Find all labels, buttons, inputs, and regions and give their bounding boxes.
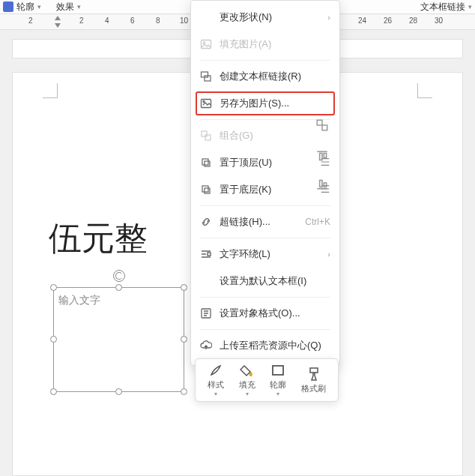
send-back-icon [200,184,212,196]
menu-fill-image: 填充图片(A) [191,31,339,58]
document-text: 伍元整 [49,217,148,261]
format-label: 样式 [208,379,224,391]
menu-separator [200,205,330,206]
svg-rect-14 [317,120,322,125]
menu-label: 设置对象格式(O)... [220,307,330,320]
ruler-tick: 24 [358,16,366,25]
side-quick-icons [315,118,334,191]
ruler-tick: 6 [130,16,135,25]
menu-separator [200,238,330,238]
menu-label: 设置为默认文本框(I) [220,274,330,288]
svg-rect-6 [202,131,207,136]
menu-hyperlink[interactable]: 超链接(H)... Ctrl+K [191,208,339,235]
chevron-down-icon: ▾ [468,3,472,10]
menu-change-shape[interactable]: 更改形状(N) › [191,4,339,31]
toolbar-outline[interactable]: 轮廓 ▾ [3,1,41,13]
chevron-down-icon: ▾ [214,391,217,397]
rotate-handle[interactable] [113,270,125,282]
svg-rect-0 [202,40,211,49]
format-style[interactable]: 样式 ▾ [208,363,224,397]
svg-point-1 [203,42,205,43]
resize-handle[interactable] [181,388,187,395]
menu-separator [200,329,330,330]
resize-handle[interactable] [50,284,57,291]
chevron-right-icon: › [327,13,330,22]
format-painter[interactable]: 格式刷 [301,367,326,394]
ruler-tick: 2 [28,16,33,25]
menu-label: 创建文本框链接(R) [220,70,330,83]
menu-text-wrap[interactable]: 文字环绕(L) › [191,241,339,268]
ruler-tick: 30 [435,16,443,25]
menu-save-as-image[interactable]: 另存为图片(S)... [191,90,339,117]
format-fill[interactable]: 填充 ▾ [239,363,255,397]
ungroup-icon[interactable] [315,118,330,133]
chevron-right-icon: › [327,250,330,259]
link-icon [200,216,212,228]
resize-handle[interactable] [181,336,187,343]
format-toolbar: 样式 ▾ 填充 ▾ 轮廓 ▾ 格式刷 [195,358,339,402]
menu-upload-resource[interactable]: 上传至稻壳资源中心(Q) [191,332,339,359]
textbox-placeholder[interactable]: 输入文字 [58,294,100,307]
chevron-down-icon: ▾ [276,391,279,397]
svg-point-5 [203,101,205,103]
resize-handle[interactable] [50,336,57,343]
ruler-indent-marker[interactable] [53,16,62,28]
svg-rect-10 [205,188,210,193]
outline-rect-icon [270,363,285,378]
format-label: 格式刷 [301,383,326,394]
menu-label: 另存为图片(S)... [220,97,330,110]
menu-create-textlink[interactable]: 创建文本框链接(R) [191,63,339,90]
toolbar-textlink[interactable]: 文本框链接 ▾ [420,1,472,13]
resize-handle[interactable] [50,388,57,395]
toolbar-outline-label: 轮廓 [16,1,34,13]
outline-icon [3,1,13,12]
menu-label: 超链接(H)... [220,215,297,229]
resize-handle[interactable] [181,284,187,291]
text-wrap-icon [200,248,212,260]
menu-label: 置于底层(K) [220,183,312,196]
align-top-icon[interactable] [315,149,330,164]
blank-icon [200,11,212,23]
svg-rect-21 [310,368,318,373]
format-label: 填充 [239,379,255,391]
align-bottom-icon[interactable] [315,176,330,191]
menu-set-default-textbox[interactable]: 设置为默认文本框(I) [191,268,339,295]
menu-label: 组合(G) [220,129,330,142]
fill-icon [240,363,255,378]
margin-corner [417,83,432,98]
selected-textbox[interactable]: 输入文字 [53,287,184,392]
svg-rect-17 [324,154,326,158]
resize-handle[interactable] [115,388,122,395]
brush-icon [208,363,223,378]
menu-label: 更改形状(N) [220,10,320,24]
svg-rect-15 [322,125,327,130]
picture-icon [200,97,212,109]
textlink-icon [200,70,212,82]
menu-separator [200,297,330,298]
svg-rect-18 [320,181,322,187]
menu-label: 置于顶层(U) [220,156,312,169]
image-icon [200,38,212,50]
blank-icon [200,275,212,287]
toolbar-textlink-label: 文本框链接 [420,1,465,13]
svg-rect-12 [208,253,211,256]
menu-separator [200,60,330,61]
ruler-tick: 8 [156,16,160,25]
menu-label: 文字环绕(L) [220,247,320,261]
chevron-down-icon: ▾ [246,391,249,397]
svg-rect-19 [324,183,326,187]
ruler-tick: 4 [105,16,109,25]
menu-format-object[interactable]: 设置对象格式(O)... [191,300,339,327]
svg-rect-7 [205,135,211,140]
ruler-tick: 10 [180,16,188,25]
settings-icon [200,307,212,319]
margin-corner [43,83,58,98]
format-label: 轮廓 [270,379,286,391]
chevron-down-icon: ▾ [37,3,41,10]
resize-handle[interactable] [115,284,122,291]
menu-separator [200,119,330,120]
toolbar-effect[interactable]: 效果 ▾ [56,1,81,13]
ruler-tick: 2 [79,16,84,25]
format-outline[interactable]: 轮廓 ▾ [270,363,286,397]
ruler-tick: 26 [384,16,392,25]
